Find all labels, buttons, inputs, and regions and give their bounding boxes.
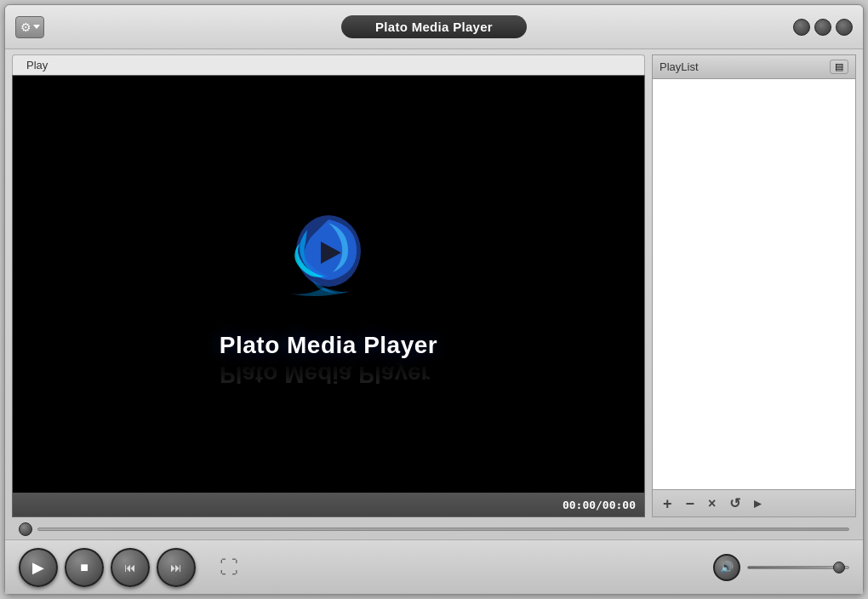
- settings-button[interactable]: ⚙: [15, 16, 44, 38]
- main-window: ⚙ Plato Media Player Play: [4, 4, 864, 595]
- maximize-button[interactable]: [814, 19, 831, 36]
- prev-icon: ⏮: [124, 561, 136, 574]
- titlebar-left: ⚙: [15, 16, 44, 38]
- dropdown-arrow-icon: [33, 25, 40, 29]
- close-button[interactable]: [836, 19, 853, 36]
- playlist-header-label: PlayList: [660, 60, 699, 73]
- gear-icon: ⚙: [20, 20, 31, 34]
- window-title: Plato Media Player: [341, 15, 527, 38]
- next-icon: ⏭: [170, 561, 182, 574]
- playlist-clear-button[interactable]: ×: [705, 495, 719, 512]
- titlebar-title-wrap: Plato Media Player: [341, 15, 527, 38]
- left-panel: Play: [12, 54, 645, 517]
- fullscreen-button[interactable]: ⛶: [220, 556, 238, 579]
- play-icon: ▶: [32, 558, 44, 577]
- video-title-text: Plato Media Player: [220, 332, 437, 359]
- app-logo-svg: [273, 204, 384, 315]
- playlist-remove-button[interactable]: −: [682, 494, 699, 513]
- volume-area: 🔊: [713, 554, 849, 581]
- prev-button[interactable]: ⏮: [111, 548, 150, 587]
- titlebar: ⚙ Plato Media Player: [5, 5, 863, 49]
- video-title: Plato Media Player Plato Media Player: [220, 332, 437, 388]
- seekbar-track[interactable]: [37, 528, 849, 531]
- video-title-reflection: Plato Media Player: [220, 361, 437, 388]
- stop-button[interactable]: ■: [65, 548, 104, 587]
- right-panel: PlayList ▤ + − × ↺ ▸: [652, 54, 856, 517]
- playlist-add-button[interactable]: +: [660, 494, 676, 513]
- video-statusbar: 00:00/00:00: [13, 493, 644, 516]
- playlist-controls: + − × ↺ ▸: [652, 490, 856, 517]
- top-section: Play: [12, 54, 856, 517]
- volume-slider[interactable]: [747, 566, 849, 569]
- tab-play[interactable]: Play: [12, 54, 645, 75]
- playlist-body[interactable]: [652, 78, 856, 490]
- playlist-more-button[interactable]: ▸: [751, 495, 764, 512]
- playlist-refresh-button[interactable]: ↺: [726, 495, 744, 512]
- volume-button[interactable]: 🔊: [713, 554, 740, 581]
- controls-bar: ▶ ■ ⏮ ⏭ ⛶ 🔊: [5, 539, 863, 594]
- timecode: 00:00/00:00: [562, 499, 636, 511]
- video-logo: [273, 204, 384, 315]
- stop-icon: ■: [80, 560, 89, 575]
- window-controls: [793, 19, 853, 36]
- volume-icon: 🔊: [720, 561, 734, 573]
- main-content: Play: [5, 49, 863, 539]
- seekbar-area: [12, 517, 856, 539]
- volume-thumb: [833, 562, 845, 573]
- minimize-button[interactable]: [793, 19, 810, 36]
- fullscreen-icon: ⛶: [220, 556, 238, 578]
- playlist-toggle-button[interactable]: ▤: [830, 60, 848, 74]
- next-button[interactable]: ⏭: [157, 548, 196, 587]
- play-button[interactable]: ▶: [19, 548, 58, 587]
- volume-fill: [748, 567, 828, 568]
- video-area[interactable]: Plato Media Player Plato Media Player 00…: [12, 75, 645, 517]
- seek-thumb[interactable]: [19, 522, 32, 536]
